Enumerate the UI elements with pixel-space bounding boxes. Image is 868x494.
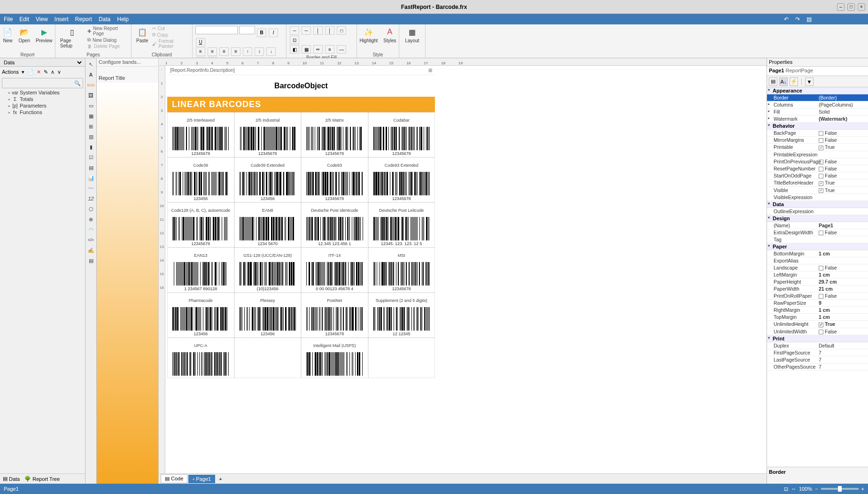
zoom-out-button[interactable]: − <box>815 486 818 492</box>
prop-events-icon[interactable]: ⚡ <box>790 77 798 86</box>
styles-button[interactable]: AStyles <box>381 26 398 44</box>
bold-button[interactable]: B <box>257 29 266 37</box>
page-heading[interactable]: BarcodeObject <box>167 75 435 97</box>
prop-row[interactable]: (Name)Page1 <box>767 222 868 229</box>
prop-category[interactable]: Appearance <box>767 87 868 94</box>
align-right-button[interactable]: ≡ <box>219 47 229 56</box>
checkbox-tool-icon[interactable]: ☑ <box>87 153 95 162</box>
tree-item[interactable]: ▸[p]Parameters <box>0 102 85 109</box>
tree-item[interactable]: ▸ΣTotals <box>0 96 85 102</box>
prop-category[interactable]: Print <box>767 335 868 342</box>
barcode-cell[interactable]: Code9312345678 <box>301 157 368 202</box>
barcode-cell[interactable] <box>234 338 302 378</box>
prop-row[interactable]: ▸Columns(PageColumns) <box>767 101 868 108</box>
prop-row[interactable]: BottomMargin1 cm <box>767 250 868 257</box>
menu-data[interactable]: Data <box>99 16 110 23</box>
prop-row[interactable]: LastPageSource7 <box>767 356 868 363</box>
border-all-button[interactable]: □ <box>337 26 346 35</box>
prop-row[interactable]: MirrorMarginsFalse <box>767 137 868 144</box>
map-tool-icon[interactable]: ⊕ <box>87 215 95 224</box>
shape-tool-icon[interactable]: ▭ <box>87 101 95 110</box>
subreport-tool-icon[interactable]: ▤ <box>87 256 95 265</box>
prop-row[interactable]: PaperHeight29.7 cm <box>767 278 868 286</box>
pointer-tool-icon[interactable]: ↖ <box>87 60 95 69</box>
line-style-button[interactable]: ≡ <box>325 45 334 54</box>
align-left-button[interactable]: ≡ <box>196 47 205 56</box>
action-delete-icon[interactable]: ✕ <box>37 69 41 75</box>
align-center-button[interactable]: ≡ <box>208 47 217 56</box>
prop-row[interactable]: ▸Border(Border) <box>767 94 868 101</box>
font-size-combo[interactable] <box>239 26 255 34</box>
tree-item[interactable]: ▸fxFunctions <box>0 109 85 116</box>
new-report-page[interactable]: ✚New Report Page <box>87 26 128 36</box>
prop-row[interactable]: RawPaperSize9 <box>767 300 868 307</box>
gauge-tool-icon[interactable]: ◠ <box>87 225 95 234</box>
tab-report-tree[interactable]: 🌳Report Tree <box>24 476 60 482</box>
action-add-icon[interactable]: 📄 <box>27 69 34 75</box>
border-right-button[interactable]: │ <box>325 26 334 35</box>
prop-row[interactable]: OtherPagesSource7 <box>767 363 868 370</box>
barcode-cell[interactable]: Codabar12345678 <box>368 112 435 157</box>
layout-button[interactable]: ▦Layout <box>403 26 421 44</box>
prop-row[interactable]: Printable✓True <box>767 144 868 151</box>
prop-category[interactable]: Paper <box>767 243 868 250</box>
prop-row[interactable]: TitleBeforeHeader✓True <box>767 179 868 186</box>
preview-button[interactable]: ▶Preview <box>34 26 54 44</box>
spark-tool-icon[interactable]: 〰 <box>87 184 95 193</box>
add-page-button[interactable]: + <box>216 476 225 482</box>
minimize-button[interactable]: – <box>837 3 845 11</box>
prop-category[interactable]: Behavior <box>767 123 868 130</box>
zoom-width-icon[interactable]: ↔ <box>791 486 796 492</box>
signature-tool-icon[interactable]: ✍ <box>87 246 95 255</box>
close-button[interactable]: × <box>858 3 865 11</box>
line-color-button[interactable]: ✏ <box>313 45 323 54</box>
fill-color-button[interactable]: ◧ <box>290 45 299 54</box>
prop-row[interactable]: ▸Watermark(Watermark) <box>767 116 868 123</box>
page-setup-button[interactable]: ▯Page Setup <box>58 26 85 49</box>
align-justify-button[interactable]: ≡ <box>231 47 240 56</box>
prop-row[interactable]: BackPageFalse <box>767 130 868 137</box>
barcode-cell[interactable]: Supplement (2 and 5 digits)12 12345 <box>368 293 435 338</box>
matrix-tool-icon[interactable]: ⊞ <box>87 122 95 131</box>
menu-help[interactable]: Help <box>117 16 129 23</box>
prop-row[interactable]: PrintOnPreviousPageFalse <box>767 158 868 165</box>
barcode-cell[interactable]: 2/5 Interleaved12345678 <box>167 112 234 157</box>
prop-category[interactable]: Data <box>767 201 868 208</box>
search-input[interactable]: 🔍 <box>2 78 83 88</box>
barcode-cell[interactable]: UPC-A <box>167 338 234 378</box>
svg-tool-icon[interactable]: SVG <box>87 81 95 89</box>
valign-mid-button[interactable]: ↕ <box>255 47 264 56</box>
tab-code[interactable]: ▤ Code <box>161 474 187 483</box>
prop-row[interactable]: FirstPageSource7 <box>767 349 868 356</box>
new-dialog[interactable]: ⧉New Dialog <box>87 37 128 43</box>
border-left-button[interactable]: │ <box>313 26 323 35</box>
action-up-icon[interactable]: ∧ <box>51 69 54 75</box>
configure-bands[interactable]: Configure bands... <box>97 58 158 67</box>
barcode-cell[interactable]: Plessey123456 <box>234 293 302 338</box>
tree-item[interactable]: ▸varSystem Variables <box>0 89 85 96</box>
barcode-cell[interactable]: ITF-140 00 00123 45678 4 <box>301 247 368 293</box>
save-icon[interactable]: ▤ <box>806 16 812 23</box>
barcode-cell[interactable]: Code39123456 <box>167 157 234 202</box>
new-button[interactable]: 📄New <box>0 26 15 44</box>
prop-sort-icon[interactable]: A↓ <box>779 77 788 86</box>
barcode-cell[interactable]: Pharmacode123456 <box>167 293 234 338</box>
section-header[interactable]: LINEAR BARCODES <box>167 97 435 112</box>
prop-row[interactable]: ▸FillSolid <box>767 108 868 116</box>
prop-row[interactable]: VisibleExpression <box>767 194 868 201</box>
html-tool-icon[interactable]: </> <box>87 236 95 244</box>
barcode-cell[interactable]: Code39 Extended123456 <box>234 157 302 202</box>
prop-row[interactable]: PrintableExpression <box>767 151 868 158</box>
barcode-cell[interactable]: Code128 (A, B, C), autoencode12345678 <box>167 202 234 247</box>
border-none-button[interactable]: ⊡ <box>290 36 299 44</box>
prop-row[interactable]: PaperWidth21 cm <box>767 286 868 293</box>
prop-row[interactable]: Tag <box>767 236 868 243</box>
border-top-button[interactable]: ─ <box>290 26 299 35</box>
barcode-cell[interactable]: EAN131 234567 890128 <box>167 247 234 293</box>
prop-cat-icon[interactable]: ▤ <box>769 77 777 86</box>
redo-icon[interactable]: ↷ <box>795 16 800 23</box>
prop-row[interactable]: PrintOnRollPaperFalse <box>767 293 868 300</box>
picture-tool-icon[interactable]: 🖼 <box>87 91 95 100</box>
report-info[interactable]: [Report.ReportInfo.Description] <box>170 68 235 73</box>
prop-row[interactable]: LandscapeFalse <box>767 264 868 271</box>
